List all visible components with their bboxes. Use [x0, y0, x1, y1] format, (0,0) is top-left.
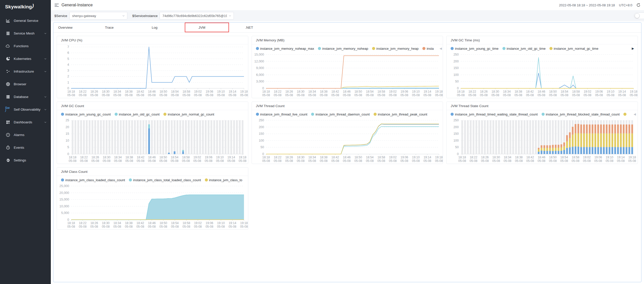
legend-item-instance-jvm-class-to[interactable]: instance_jvm_class_to [205, 178, 242, 182]
legend-item-instance-jvm-old-gc-time[interactable]: instance_jvm_old_gc_time [502, 47, 546, 51]
legend-item-instance-jvm-memory-noheap-max[interactable]: instance_jvm_memory_noheap_max [256, 47, 314, 51]
svg-text:05-08: 05-08 [492, 93, 499, 97]
sidebar: Skywalking) General ServiceService MeshF… [0, 0, 51, 284]
sidebar-item-label: Alarms [14, 133, 24, 137]
svg-text:05-08: 05-08 [182, 93, 190, 97]
time-range-label[interactable]: 2022-05-08 18:18 ~ 2022-05-08 19:18 [559, 3, 615, 7]
legend-item-instance-jvm-normal-gc-count[interactable]: instance_jvm_normal_gc_count [163, 112, 214, 116]
svg-text:18:26: 18:26 [90, 221, 98, 225]
chevron-down-icon [44, 32, 47, 35]
legend-dot [542, 113, 545, 116]
svg-text:05-08: 05-08 [125, 93, 133, 97]
timezone-label[interactable]: UTC+8:0 [619, 3, 632, 7]
legend-dot [163, 113, 166, 116]
sidebar-menu: General ServiceService MeshFunctionsKube… [0, 14, 51, 166]
svg-text:19:06: 19:06 [401, 156, 408, 159]
svg-text:05-08: 05-08 [159, 225, 167, 228]
sidebar-item-browser[interactable]: Browser [0, 78, 51, 90]
legend-item-insta[interactable]: insta [422, 47, 434, 51]
layers-icon [5, 31, 11, 36]
chart-title: JVM GC Time (ms) [447, 36, 638, 44]
legend-label: instance_jvm_young_gc_time [455, 47, 498, 51]
svg-text:18:58: 18:58 [182, 90, 190, 93]
svg-text:12,000: 12,000 [254, 60, 264, 63]
sidebar-item-kubernetes[interactable]: Kubernetes [0, 52, 51, 65]
svg-text:250: 250 [259, 119, 264, 122]
sidebar-item-database[interactable]: Database [0, 90, 51, 103]
sidebar-item-settings[interactable]: Settings [0, 154, 51, 166]
legend-dot [311, 113, 314, 116]
legend-item-instance-jvm-thread-peak-count[interactable]: instance_jvm_thread_peak_count [374, 112, 427, 116]
svg-text:05-08: 05-08 [343, 93, 351, 97]
svg-text:05-08: 05-08 [102, 225, 110, 228]
legend-label: instance_jvm_thread_daemon_count [315, 112, 370, 116]
svg-text:18:22: 18:22 [80, 156, 88, 159]
svg-text:19:10: 19:10 [606, 156, 614, 159]
legend-dot [61, 113, 64, 116]
sidebar-item-label: General Service [14, 19, 38, 23]
sidebar-item-events[interactable]: Events [0, 141, 51, 154]
legend-dot [205, 178, 208, 181]
sidebar-item-alarms[interactable]: Alarms [0, 128, 51, 141]
legend-item-instance-jvm-class-total-loaded-class-count[interactable]: instance_jvm_class_total_loaded_class_co… [129, 178, 201, 182]
menu-toggle-icon[interactable] [54, 3, 59, 7]
svg-text:19:02: 19:02 [584, 90, 591, 93]
svg-text:18:50: 18:50 [354, 156, 362, 159]
legend-item-instance-jvm-class-loaded-class-count[interactable]: instance_jvm_class_loaded_class_count [61, 178, 125, 182]
sidebar-item-service-mesh[interactable]: Service Mesh [0, 27, 51, 40]
legend-prev-page-icon[interactable]: ◀ [634, 112, 636, 116]
svg-text:19:18: 19:18 [240, 90, 248, 93]
tab-overview[interactable]: Overview [57, 23, 104, 32]
sidebar-item-general-service[interactable]: General Service [0, 14, 51, 27]
tab-net[interactable]: .NET [244, 23, 291, 32]
svg-text:05-08: 05-08 [435, 93, 443, 97]
instance-select[interactable]: 74d96c778c694c6b9b6322c62d55b765@192.168 [160, 12, 234, 20]
svg-text:18:58: 18:58 [182, 221, 190, 225]
sidebar-item-functions[interactable]: Functions [0, 40, 51, 52]
svg-text:250: 250 [453, 53, 459, 56]
legend-next-page-icon[interactable]: ▶ [632, 47, 634, 50]
svg-text:05-08: 05-08 [400, 93, 408, 97]
legend-item-instance-jvm-normal-gc-time[interactable]: instance_jvm_normal_gc_time [549, 47, 599, 51]
svg-text:05-08: 05-08 [308, 93, 316, 97]
tab-log[interactable]: Log [151, 23, 197, 32]
svg-text:0: 0 [262, 152, 264, 156]
tab-trace[interactable]: Trace [104, 23, 151, 32]
svg-text:19:18: 19:18 [435, 90, 443, 93]
svg-text:0: 0 [67, 152, 69, 156]
chart-icon [5, 19, 11, 23]
sidebar-item-label: Service Mesh [14, 31, 35, 35]
tab-jvm[interactable]: JVM [197, 23, 244, 32]
service-select[interactable]: shenyu-gateway [69, 12, 127, 20]
sidebar-item-self-observability[interactable]: Sw)Self Observability [0, 103, 51, 116]
svg-text:05-08: 05-08 [228, 225, 236, 228]
legend-item-instance-jvm-thread-live-count[interactable]: instance_jvm_thread_live_count [256, 112, 308, 116]
legend-item-instance-jvm-memory-heap[interactable]: instance_jvm_memory_heap [372, 47, 419, 51]
edit-mode-toggle[interactable] [634, 12, 644, 19]
legend-item-instance-jvm-memory-noheap[interactable]: instance_jvm_memory_noheap [318, 47, 368, 51]
svg-text:05-08: 05-08 [90, 93, 98, 97]
svg-text:05-08: 05-08 [561, 93, 569, 97]
svg-text:05-08: 05-08 [67, 93, 75, 97]
legend-item-instance-jvm-thread-blocked-state-thread-count[interactable]: instance_jvm_thread_blocked_state_thread… [542, 112, 620, 116]
legend-item-instance-jvm-thread-timed-waiting-state-thread-count[interactable]: instance_jvm_thread_timed_waiting_state_… [451, 112, 538, 116]
logo-swoosh: ) [32, 3, 34, 9]
legend-item-instance-jvm-young-gc-time[interactable]: instance_jvm_young_gc_time [451, 47, 498, 51]
legend-item-yellow[interactable] [623, 113, 628, 116]
chevron-down-icon [120, 14, 125, 17]
sidebar-item-dashboards[interactable]: Dashboards [0, 116, 51, 128]
svg-text:05-08: 05-08 [457, 93, 465, 97]
svg-text:05-08: 05-08 [320, 93, 328, 97]
svg-text:18:38: 18:38 [125, 221, 133, 225]
refresh-icon[interactable] [636, 3, 640, 7]
svg-text:19:06: 19:06 [206, 221, 213, 225]
svg-text:18:42: 18:42 [526, 90, 534, 93]
sidebar-item-infrastructure[interactable]: Infrastructure [0, 65, 51, 78]
legend-item-instance-jvm-old-gc-count[interactable]: instance_jvm_old_gc_count [115, 112, 160, 116]
svg-text:18:22: 18:22 [79, 90, 86, 93]
legend-item-instance-jvm-young-gc-count[interactable]: instance_jvm_young_gc_count [61, 112, 111, 116]
legend-item-instance-jvm-thread-daemon-count[interactable]: instance_jvm_thread_daemon_count [311, 112, 370, 116]
legend-label: instance_jvm_young_gc_count [65, 112, 111, 116]
svg-text:05-08: 05-08 [583, 159, 591, 163]
legend-prev-page-icon[interactable]: ◀ [439, 47, 442, 50]
